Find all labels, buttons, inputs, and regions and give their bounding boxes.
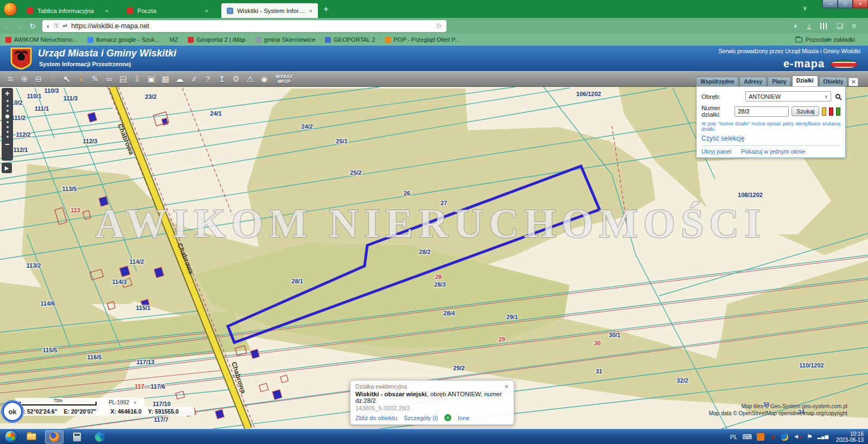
zoom-out-icon[interactable]: ⊖: [31, 74, 46, 84]
bookmark-item[interactable]: gmina Skierniewice: [256, 36, 316, 43]
panel-tab-plany[interactable]: Plany: [768, 77, 791, 86]
zoom-in-icon[interactable]: ⊕: [17, 74, 31, 84]
shield-icon[interactable]: ◐: [47, 23, 50, 29]
copy-view-icon[interactable]: ▣: [144, 74, 158, 84]
select-area-icon[interactable]: ◌: [46, 74, 60, 84]
explorer-taskbar-button[interactable]: [22, 430, 41, 443]
lock-icon[interactable]: ⚿: [54, 22, 59, 29]
hatch-icon[interactable]: ///: [187, 76, 201, 83]
crs-select[interactable]: PL-1992 ∨: [101, 398, 144, 407]
reload-button[interactable]: ↻: [26, 22, 39, 30]
split-view-icon[interactable]: ▦: [158, 74, 173, 84]
zoom-slider[interactable]: [2, 100, 13, 138]
settings-icon[interactable]: ⚙: [229, 74, 243, 84]
permissions-icon[interactable]: ⇌: [62, 22, 67, 29]
zoom-out-button[interactable]: −: [2, 140, 13, 149]
url-bar[interactable]: ◐ ⚿ ⇌ https://wiskitki.e-mapa.net ☆: [42, 20, 446, 32]
edge-taskbar-button[interactable]: [91, 430, 109, 443]
tray-app-icon[interactable]: [757, 433, 764, 441]
firefox-logo-icon[interactable]: [3, 2, 17, 16]
list-tabs-icon[interactable]: ∨: [802, 4, 807, 12]
muted-speaker-icon[interactable]: ◄×: [793, 433, 802, 441]
maximize-button[interactable]: □: [838, 0, 853, 8]
tab-close-icon[interactable]: ×: [205, 8, 208, 14]
bookmark-item[interactable]: AWIKOM Nieruchomo...: [5, 36, 78, 43]
swatch-red[interactable]: [829, 107, 833, 116]
bookmark-item[interactable]: MZ: [169, 36, 178, 43]
obreb-select[interactable]: ANTONIEW ∨: [745, 91, 831, 102]
bookmark-star-icon[interactable]: ☆: [436, 22, 442, 30]
zoom-control[interactable]: + −: [2, 88, 13, 161]
site-subtitle: System Informacji Przestrzennej: [39, 61, 131, 67]
network-icon[interactable]: ▂▄▆: [818, 434, 829, 439]
keyboard-icon[interactable]: ⌨: [742, 434, 751, 440]
single-window-link[interactable]: Pokazuj w jednym oknie: [741, 148, 805, 155]
downloads-icon[interactable]: ↓: [807, 22, 811, 29]
street-view-icon[interactable]: ◉: [257, 74, 271, 84]
forward-button[interactable]: →: [13, 22, 26, 30]
layers-icon[interactable]: ≋: [3, 74, 17, 84]
swatch-green[interactable]: [836, 107, 840, 116]
flag-icon[interactable]: ⚑: [807, 434, 813, 440]
new-tab-button[interactable]: +: [323, 4, 329, 15]
other-bookmarks-button[interactable]: Pozostałe zakładki: [795, 36, 855, 43]
print-icon[interactable]: ▤: [116, 74, 130, 84]
bookmark-item[interactable]: POP - Przegląd Ofert P...: [385, 36, 460, 43]
panel-tab-obiekty[interactable]: Obiekty: [819, 77, 848, 86]
link-icon[interactable]: ∞: [102, 74, 116, 84]
popup-close-icon[interactable]: ✕: [504, 383, 509, 390]
tab-poczta[interactable]: Poczta ×: [122, 3, 214, 18]
parcel-label: 25/2: [350, 169, 361, 176]
zoom-to-object-link[interactable]: Zbliż do obiektu: [355, 415, 397, 421]
search-icon[interactable]: [835, 94, 840, 99]
swatch-yellow[interactable]: [822, 107, 826, 116]
building: [215, 409, 224, 418]
panel-tab-działki[interactable]: Działki: [792, 75, 818, 86]
tab-wiskitki-active[interactable]: Wiskitki - System Informacji Prz ×: [221, 3, 318, 18]
cloud-upload-icon[interactable]: ↥: [215, 74, 229, 84]
tab-tablica[interactable]: Tablica informacyjna ×: [22, 3, 114, 18]
cloud-icon[interactable]: ☁: [173, 74, 187, 84]
tab-close-icon[interactable]: ×: [309, 8, 312, 14]
bookmark-item[interactable]: Geoportal 2 | iMap: [188, 36, 245, 43]
panel-expand-button[interactable]: ▶: [2, 163, 12, 173]
close-button[interactable]: ×: [853, 0, 868, 8]
numer-input[interactable]: [735, 106, 789, 117]
bookmark-item[interactable]: GEOPORTAL 2: [325, 36, 375, 43]
szukaj-button[interactable]: Szukaj: [792, 106, 819, 116]
library-icon[interactable]: [820, 23, 827, 29]
firefox-taskbar-button[interactable]: [45, 430, 63, 443]
account-shield-icon[interactable]: ◐: [794, 22, 798, 30]
back-button[interactable]: ←: [0, 22, 13, 30]
clear-selection-link[interactable]: Czyść selekcję: [701, 135, 744, 142]
wykaz-mpzp-button[interactable]: WYKAZ MPZP: [276, 74, 292, 84]
panel-tab-współrzędne[interactable]: Współrzędne: [696, 77, 738, 86]
plus-icon[interactable]: +: [444, 414, 451, 421]
hide-panel-link[interactable]: Ukryj panel: [701, 148, 731, 155]
warning-icon[interactable]: ⚠: [243, 74, 257, 84]
pointer-icon[interactable]: ↖: [60, 74, 74, 84]
start-button[interactable]: [4, 430, 18, 443]
language-indicator[interactable]: PL: [730, 434, 737, 440]
clock[interactable]: 10:16 2023-06-13: [836, 431, 864, 443]
download-icon[interactable]: ⇩: [130, 74, 144, 84]
menu-icon[interactable]: ≡: [852, 22, 856, 30]
help-icon[interactable]: ?: [201, 74, 215, 84]
tray-clock-app-icon[interactable]: [781, 433, 788, 441]
minimize-button[interactable]: —: [822, 0, 838, 8]
url-text[interactable]: https://wiskitki.e-mapa.net: [71, 22, 432, 30]
sidebar-icon[interactable]: ❏: [837, 22, 843, 30]
calculator-taskbar-button[interactable]: [68, 430, 86, 443]
bookmark-item[interactable]: tłumacz google - Szuk...: [87, 36, 159, 43]
measure-icon[interactable]: ✎: [88, 74, 102, 84]
tab-close-icon[interactable]: ×: [105, 8, 108, 14]
zoom-in-button[interactable]: +: [2, 89, 13, 98]
inne-link[interactable]: Inne: [458, 415, 469, 421]
ok-button[interactable]: ok: [3, 402, 22, 421]
info-icon[interactable]: i: [74, 74, 88, 84]
details-link[interactable]: Szczegóły (i): [404, 415, 438, 421]
panel-close-icon[interactable]: ✕: [848, 78, 858, 86]
tab-favicon: [227, 8, 233, 14]
panel-tab-adresy[interactable]: Adresy: [739, 77, 767, 86]
volume-icon[interactable]: ◄: [769, 434, 776, 440]
